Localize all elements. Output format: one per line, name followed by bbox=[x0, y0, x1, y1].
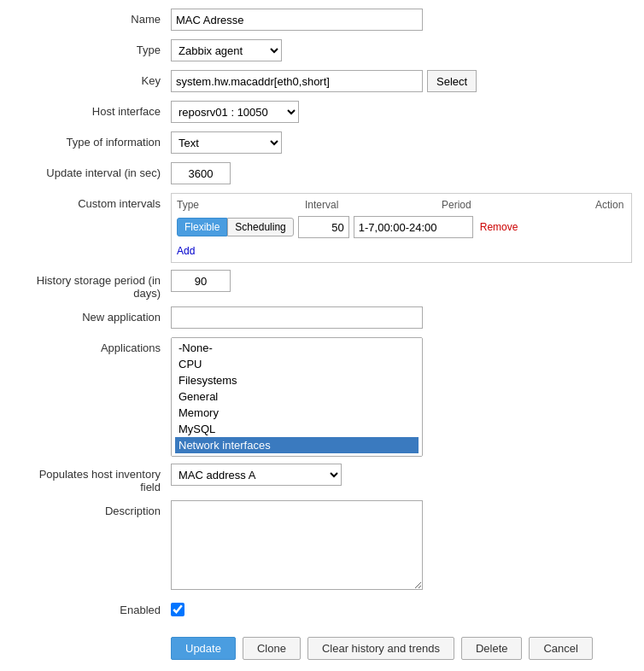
custom-intervals-control: Type Interval Period Action Flexible Sch… bbox=[171, 193, 632, 263]
delete-button[interactable]: Delete bbox=[461, 637, 523, 660]
clear-history-button[interactable]: Clear history and trends bbox=[307, 637, 454, 660]
applications-row: Applications -None- CPU Filesystems Gene… bbox=[17, 337, 627, 457]
custom-intervals-container: Type Interval Period Action Flexible Sch… bbox=[171, 193, 632, 263]
inventory-label: Populates host inventory field bbox=[17, 464, 171, 493]
name-control bbox=[171, 9, 627, 31]
ci-scheduling-button[interactable]: Scheduling bbox=[227, 218, 293, 236]
history-input[interactable] bbox=[171, 270, 231, 292]
clone-button[interactable]: Clone bbox=[243, 637, 301, 660]
type-of-information-row: Type of information Numeric (unsigned) N… bbox=[17, 131, 627, 155]
ci-header-period: Period bbox=[442, 199, 595, 211]
type-select[interactable]: Zabbix agent Zabbix agent (active) Simpl… bbox=[171, 39, 282, 61]
description-label: Description bbox=[17, 500, 171, 517]
update-interval-row: Update interval (in sec) bbox=[17, 162, 627, 186]
update-button[interactable]: Update bbox=[171, 637, 236, 660]
history-control bbox=[171, 270, 627, 292]
form-container: Name Type Zabbix agent Zabbix agent (act… bbox=[0, 0, 644, 671]
host-interface-select[interactable]: reposrv01 : 10050 bbox=[171, 101, 299, 123]
update-interval-control bbox=[171, 162, 627, 184]
ci-period-input[interactable] bbox=[354, 216, 473, 238]
custom-intervals-row: Custom intervals Type Interval Period Ac… bbox=[17, 193, 627, 263]
ci-header-type: Type bbox=[177, 199, 305, 211]
new-application-control bbox=[171, 306, 627, 329]
key-input-row: Select bbox=[171, 70, 627, 92]
inventory-control: MAC address A MAC address B None bbox=[171, 464, 627, 486]
enabled-checkbox[interactable] bbox=[171, 603, 184, 616]
name-input[interactable] bbox=[171, 9, 423, 31]
description-control bbox=[171, 500, 627, 592]
ci-remove-link[interactable]: Remove bbox=[480, 221, 518, 233]
type-label: Type bbox=[17, 39, 171, 56]
type-control: Zabbix agent Zabbix agent (active) Simpl… bbox=[171, 39, 627, 61]
inventory-select[interactable]: MAC address A MAC address B None bbox=[171, 464, 342, 486]
inventory-row: Populates host inventory field MAC addre… bbox=[17, 464, 627, 493]
applications-list[interactable]: -None- CPU Filesystems General Memory My… bbox=[171, 337, 423, 457]
type-of-information-label: Type of information bbox=[17, 131, 171, 149]
type-row: Type Zabbix agent Zabbix agent (active) … bbox=[17, 39, 627, 63]
name-row: Name bbox=[17, 9, 627, 32]
enabled-row: Enabled bbox=[17, 599, 627, 623]
ci-interval-input[interactable] bbox=[298, 216, 349, 238]
key-select-button[interactable]: Select bbox=[427, 70, 477, 92]
host-interface-row: Host interface reposrv01 : 10050 bbox=[17, 101, 627, 125]
enabled-label: Enabled bbox=[17, 599, 171, 616]
key-input[interactable] bbox=[171, 70, 423, 92]
description-textarea[interactable] bbox=[171, 500, 423, 590]
description-row: Description bbox=[17, 500, 627, 592]
ci-add-row: Add bbox=[177, 242, 626, 257]
ci-toggle-buttons: Flexible Scheduling bbox=[177, 218, 294, 236]
applications-control: -None- CPU Filesystems General Memory My… bbox=[171, 337, 627, 457]
cancel-button[interactable]: Cancel bbox=[529, 637, 592, 660]
history-label: History storage period (in days) bbox=[17, 270, 171, 300]
type-of-information-select[interactable]: Numeric (unsigned) Numeric (float) Chara… bbox=[171, 131, 282, 154]
host-interface-label: Host interface bbox=[17, 101, 171, 118]
key-label: Key bbox=[17, 70, 171, 87]
custom-intervals-label: Custom intervals bbox=[17, 193, 171, 210]
enabled-control bbox=[171, 599, 627, 619]
ci-header-interval: Interval bbox=[305, 199, 442, 211]
key-row: Key Select bbox=[17, 70, 627, 94]
new-application-input[interactable] bbox=[171, 306, 423, 329]
ci-add-link[interactable]: Add bbox=[177, 245, 195, 257]
update-interval-input[interactable] bbox=[171, 162, 231, 184]
type-of-information-control: Numeric (unsigned) Numeric (float) Chara… bbox=[171, 131, 627, 154]
ci-header: Type Interval Period Action bbox=[177, 199, 626, 213]
ci-row: Flexible Scheduling Remove bbox=[177, 216, 626, 238]
update-interval-label: Update interval (in sec) bbox=[17, 162, 171, 179]
name-label: Name bbox=[17, 9, 171, 26]
new-application-row: New application bbox=[17, 306, 627, 330]
ci-flexible-button[interactable]: Flexible bbox=[177, 218, 227, 236]
host-interface-control: reposrv01 : 10050 bbox=[171, 101, 627, 123]
buttons-row: Update Clone Clear history and trends De… bbox=[171, 637, 627, 668]
history-row: History storage period (in days) bbox=[17, 270, 627, 300]
key-control: Select bbox=[171, 70, 627, 92]
applications-label: Applications bbox=[17, 337, 171, 354]
new-application-label: New application bbox=[17, 306, 171, 324]
ci-header-action: Action bbox=[595, 199, 626, 211]
